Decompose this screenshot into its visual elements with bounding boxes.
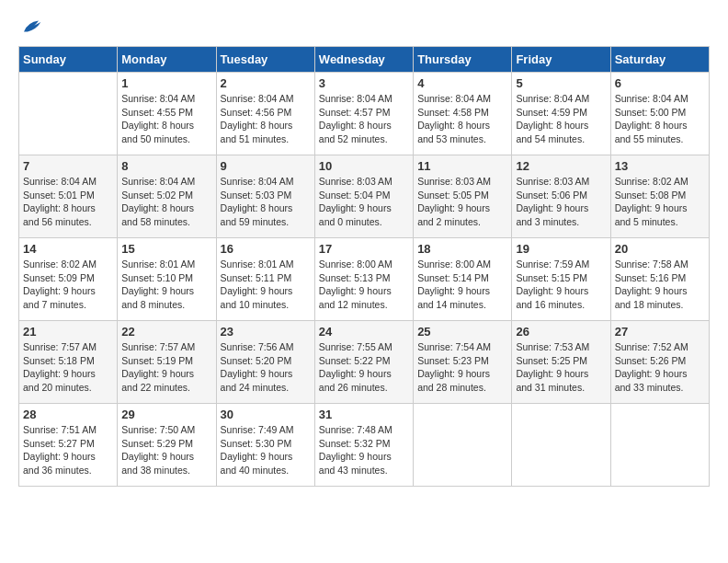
day-info: Sunrise: 8:02 AMSunset: 5:08 PMDaylight:… xyxy=(615,175,705,229)
day-number: 21 xyxy=(23,325,113,339)
calendar-cell: 3Sunrise: 8:04 AMSunset: 4:57 PMDaylight… xyxy=(314,73,413,155)
day-number: 28 xyxy=(23,408,113,421)
day-info: Sunrise: 8:00 AMSunset: 5:14 PMDaylight:… xyxy=(417,258,507,312)
day-number: 20 xyxy=(615,242,705,256)
day-info: Sunrise: 8:03 AMSunset: 5:04 PMDaylight:… xyxy=(319,175,409,229)
day-number: 17 xyxy=(319,242,409,256)
calendar-cell: 1Sunrise: 8:04 AMSunset: 4:55 PMDaylight… xyxy=(118,73,216,155)
day-number: 19 xyxy=(516,242,606,256)
weekday-header-tuesday: Tuesday xyxy=(216,47,314,73)
day-number: 3 xyxy=(319,76,409,90)
day-number: 12 xyxy=(516,159,606,173)
calendar-cell: 22Sunrise: 7:57 AMSunset: 5:19 PMDayligh… xyxy=(118,321,216,404)
calendar-cell: 29Sunrise: 7:50 AMSunset: 5:29 PMDayligh… xyxy=(118,404,216,487)
calendar-cell: 11Sunrise: 8:03 AMSunset: 5:05 PMDayligh… xyxy=(414,155,512,238)
calendar-cell: 9Sunrise: 8:04 AMSunset: 5:03 PMDaylight… xyxy=(216,155,314,238)
calendar-cell: 4Sunrise: 8:04 AMSunset: 4:58 PMDaylight… xyxy=(414,73,512,155)
day-info: Sunrise: 7:53 AMSunset: 5:25 PMDaylight:… xyxy=(516,340,606,395)
day-info: Sunrise: 8:04 AMSunset: 5:03 PMDaylight:… xyxy=(221,175,311,229)
weekday-header-wednesday: Wednesday xyxy=(314,47,413,73)
week-row-5: 28Sunrise: 7:51 AMSunset: 5:27 PMDayligh… xyxy=(19,404,710,487)
day-info: Sunrise: 8:04 AMSunset: 5:00 PMDaylight:… xyxy=(615,92,705,146)
day-number: 26 xyxy=(516,325,606,339)
calendar-cell: 25Sunrise: 7:54 AMSunset: 5:23 PMDayligh… xyxy=(414,321,512,404)
day-number: 29 xyxy=(121,408,211,421)
calendar-table: SundayMondayTuesdayWednesdayThursdayFrid… xyxy=(18,46,710,487)
calendar-cell: 31Sunrise: 7:48 AMSunset: 5:32 PMDayligh… xyxy=(314,404,413,487)
day-number: 8 xyxy=(121,159,211,173)
day-number: 11 xyxy=(417,159,507,173)
weekday-header-thursday: Thursday xyxy=(414,47,512,73)
calendar-cell: 18Sunrise: 8:00 AMSunset: 5:14 PMDayligh… xyxy=(414,238,512,321)
week-row-3: 14Sunrise: 8:02 AMSunset: 5:09 PMDayligh… xyxy=(19,238,710,321)
day-info: Sunrise: 8:04 AMSunset: 5:01 PMDaylight:… xyxy=(23,175,113,229)
page-header xyxy=(18,18,710,37)
calendar-cell: 30Sunrise: 7:49 AMSunset: 5:30 PMDayligh… xyxy=(216,404,314,487)
calendar-cell: 5Sunrise: 8:04 AMSunset: 4:59 PMDaylight… xyxy=(512,73,610,155)
day-info: Sunrise: 8:04 AMSunset: 4:57 PMDaylight:… xyxy=(319,92,409,146)
day-number: 13 xyxy=(615,159,705,173)
calendar-cell: 21Sunrise: 7:57 AMSunset: 5:18 PMDayligh… xyxy=(19,321,118,404)
day-number: 15 xyxy=(121,242,211,256)
calendar-cell: 23Sunrise: 7:56 AMSunset: 5:20 PMDayligh… xyxy=(216,321,314,404)
day-info: Sunrise: 8:02 AMSunset: 5:09 PMDaylight:… xyxy=(23,258,113,312)
day-number: 24 xyxy=(319,325,409,339)
calendar-cell: 16Sunrise: 8:01 AMSunset: 5:11 PMDayligh… xyxy=(216,238,314,321)
weekday-header-friday: Friday xyxy=(512,47,610,73)
day-info: Sunrise: 7:55 AMSunset: 5:22 PMDaylight:… xyxy=(319,340,409,395)
day-number: 23 xyxy=(221,325,311,339)
day-number: 1 xyxy=(121,76,211,90)
day-info: Sunrise: 7:50 AMSunset: 5:29 PMDaylight:… xyxy=(121,423,211,477)
weekday-header-sunday: Sunday xyxy=(19,47,118,73)
calendar-cell: 20Sunrise: 7:58 AMSunset: 5:16 PMDayligh… xyxy=(610,238,709,321)
calendar-cell: 19Sunrise: 7:59 AMSunset: 5:15 PMDayligh… xyxy=(512,238,610,321)
day-info: Sunrise: 7:54 AMSunset: 5:23 PMDaylight:… xyxy=(417,340,507,395)
day-number: 31 xyxy=(319,408,409,421)
day-info: Sunrise: 7:48 AMSunset: 5:32 PMDaylight:… xyxy=(319,423,409,477)
day-info: Sunrise: 7:49 AMSunset: 5:30 PMDaylight:… xyxy=(221,423,311,477)
day-number: 16 xyxy=(221,242,311,256)
calendar-cell xyxy=(19,73,118,155)
calendar-cell: 2Sunrise: 8:04 AMSunset: 4:56 PMDaylight… xyxy=(216,73,314,155)
calendar-cell: 26Sunrise: 7:53 AMSunset: 5:25 PMDayligh… xyxy=(512,321,610,404)
day-number: 2 xyxy=(221,76,311,90)
day-number: 27 xyxy=(615,325,705,339)
day-number: 4 xyxy=(417,76,507,90)
day-info: Sunrise: 7:56 AMSunset: 5:20 PMDaylight:… xyxy=(221,340,311,395)
day-info: Sunrise: 8:00 AMSunset: 5:13 PMDaylight:… xyxy=(319,258,409,312)
weekday-header-monday: Monday xyxy=(118,47,216,73)
day-number: 10 xyxy=(319,159,409,173)
calendar-cell: 10Sunrise: 8:03 AMSunset: 5:04 PMDayligh… xyxy=(314,155,413,238)
day-number: 5 xyxy=(516,76,606,90)
calendar-cell: 15Sunrise: 8:01 AMSunset: 5:10 PMDayligh… xyxy=(118,238,216,321)
week-row-1: 1Sunrise: 8:04 AMSunset: 4:55 PMDaylight… xyxy=(19,73,710,155)
calendar-cell: 14Sunrise: 8:02 AMSunset: 5:09 PMDayligh… xyxy=(19,238,118,321)
calendar-cell xyxy=(414,404,512,487)
day-number: 22 xyxy=(121,325,211,339)
day-number: 6 xyxy=(615,76,705,90)
day-info: Sunrise: 7:57 AMSunset: 5:19 PMDaylight:… xyxy=(121,340,211,395)
day-number: 18 xyxy=(417,242,507,256)
day-info: Sunrise: 8:03 AMSunset: 5:05 PMDaylight:… xyxy=(417,175,507,229)
day-number: 9 xyxy=(221,159,311,173)
week-row-2: 7Sunrise: 8:04 AMSunset: 5:01 PMDaylight… xyxy=(19,155,710,238)
day-info: Sunrise: 8:04 AMSunset: 4:55 PMDaylight:… xyxy=(121,92,211,146)
day-number: 30 xyxy=(221,408,311,421)
calendar-cell: 13Sunrise: 8:02 AMSunset: 5:08 PMDayligh… xyxy=(610,155,709,238)
calendar-cell: 24Sunrise: 7:55 AMSunset: 5:22 PMDayligh… xyxy=(314,321,413,404)
day-info: Sunrise: 7:52 AMSunset: 5:26 PMDaylight:… xyxy=(615,340,705,395)
day-info: Sunrise: 8:03 AMSunset: 5:06 PMDaylight:… xyxy=(516,175,606,229)
logo xyxy=(18,18,42,37)
logo-bird-icon xyxy=(20,18,42,37)
calendar-cell: 27Sunrise: 7:52 AMSunset: 5:26 PMDayligh… xyxy=(610,321,709,404)
calendar-cell xyxy=(512,404,610,487)
calendar-cell xyxy=(610,404,709,487)
day-number: 25 xyxy=(417,325,507,339)
day-info: Sunrise: 8:04 AMSunset: 4:58 PMDaylight:… xyxy=(417,92,507,146)
weekday-header-row: SundayMondayTuesdayWednesdayThursdayFrid… xyxy=(19,47,710,73)
calendar-cell: 28Sunrise: 7:51 AMSunset: 5:27 PMDayligh… xyxy=(19,404,118,487)
day-number: 14 xyxy=(23,242,113,256)
day-number: 7 xyxy=(23,159,113,173)
day-info: Sunrise: 7:59 AMSunset: 5:15 PMDaylight:… xyxy=(516,258,606,312)
day-info: Sunrise: 8:01 AMSunset: 5:10 PMDaylight:… xyxy=(121,258,211,312)
